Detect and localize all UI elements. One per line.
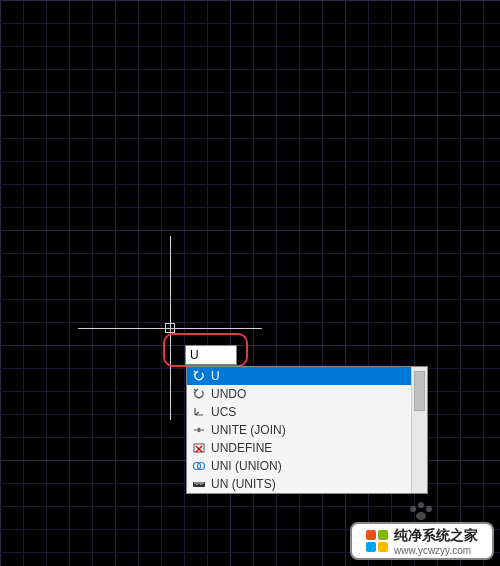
ucs-axis-icon — [191, 405, 207, 419]
paw-decoration — [408, 502, 438, 522]
undefine-icon — [191, 441, 207, 455]
autocomplete-item[interactable]: UNITE (JOIN) — [187, 421, 411, 439]
autocomplete-item-label: UN (UNITS) — [211, 477, 276, 491]
watermark-badge: 纯净系统之家 www.ycwzyy.com — [350, 522, 494, 560]
watermark-title: 纯净系统之家 — [394, 527, 478, 543]
undo-arrow-icon — [191, 387, 207, 401]
autocomplete-item[interactable]: UNI (UNION) — [187, 457, 411, 475]
join-icon — [191, 423, 207, 437]
autocomplete-item[interactable]: UNDEFINE — [187, 439, 411, 457]
autocomplete-list: UUNDOUCSUNITE (JOIN)UNDEFINEUNI (UNION)U… — [187, 367, 411, 493]
autocomplete-item[interactable]: UN (UNITS) — [187, 475, 411, 493]
undo-arrow-icon — [191, 369, 207, 383]
autocomplete-scrollbar[interactable] — [411, 367, 427, 493]
windows-logo-icon — [366, 530, 388, 552]
autocomplete-popup: UUNDOUCSUNITE (JOIN)UNDEFINEUNI (UNION)U… — [186, 366, 428, 494]
autocomplete-item[interactable]: U — [187, 367, 411, 385]
autocomplete-item-label: UNI (UNION) — [211, 459, 282, 473]
autocomplete-item-label: UNDO — [211, 387, 246, 401]
watermark-url: www.ycwzyy.com — [394, 545, 478, 556]
scrollbar-thumb[interactable] — [414, 371, 425, 411]
autocomplete-item[interactable]: UNDO — [187, 385, 411, 403]
autocomplete-item-label: UNITE (JOIN) — [211, 423, 286, 437]
dynamic-command-input[interactable] — [185, 345, 237, 365]
union-circles-icon — [191, 459, 207, 473]
svg-rect-0 — [194, 444, 204, 452]
autocomplete-item-label: UNDEFINE — [211, 441, 272, 455]
autocomplete-item-label: UCS — [211, 405, 236, 419]
autocomplete-item[interactable]: UCS — [187, 403, 411, 421]
drawing-canvas[interactable]: UUNDOUCSUNITE (JOIN)UNDEFINEUNI (UNION)U… — [0, 0, 500, 566]
pick-box — [165, 323, 175, 333]
autocomplete-item-label: U — [211, 369, 220, 383]
units-ruler-icon — [191, 477, 207, 491]
